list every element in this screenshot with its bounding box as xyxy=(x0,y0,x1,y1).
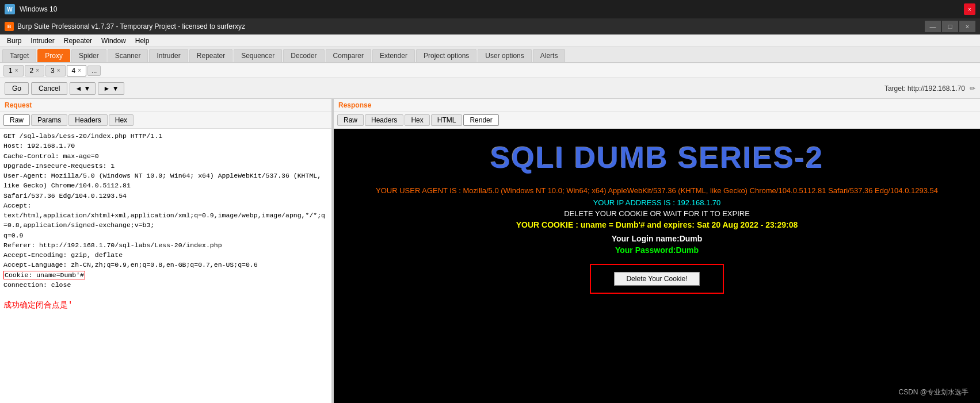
tab-comparer[interactable]: Comparer xyxy=(326,49,371,62)
close-btn[interactable]: × xyxy=(959,21,975,32)
ip-line: YOUR IP ADDRESS IS : 192.168.1.70 xyxy=(345,198,968,207)
tab-extender[interactable]: Extender xyxy=(372,49,415,62)
request-tab-hex[interactable]: Hex xyxy=(109,114,134,126)
minimize-btn[interactable]: — xyxy=(925,21,941,32)
tab-spider[interactable]: Spider xyxy=(71,49,106,62)
sub-tab-1-close[interactable]: × xyxy=(15,67,18,74)
app-window: B Burp Suite Professional v1.7.37 - Temp… xyxy=(0,18,980,403)
request-section-header: Request xyxy=(0,99,331,112)
sub-tab-2-label: 2 xyxy=(30,67,34,75)
menu-repeater[interactable]: Repeater xyxy=(59,36,97,46)
toolbar: Go Cancel ◄ ▼ ► ▼ Target: http://192.168… xyxy=(0,78,980,99)
sqli-title: SQLI DUMB SERIES-2 xyxy=(490,140,823,175)
maximize-btn[interactable]: □ xyxy=(942,21,958,32)
target-label: Target: http://192.168.1.70 xyxy=(884,85,965,93)
sub-tab-1-label: 1 xyxy=(9,67,13,75)
taskbar-title: Windows 10 xyxy=(20,5,959,13)
target-edit-icon[interactable]: ✏ xyxy=(970,85,975,93)
response-tab-headers[interactable]: Headers xyxy=(365,114,403,126)
sub-tab-2[interactable]: 2 × xyxy=(25,65,45,76)
sub-tab-3-close[interactable]: × xyxy=(57,67,60,74)
login-name-line: Your Login name:Dumb xyxy=(345,234,968,243)
delete-cookie-button[interactable]: Delete Your Cookie! xyxy=(614,272,699,286)
tab-sequencer[interactable]: Sequencer xyxy=(234,49,282,62)
request-content[interactable]: GET /sql-labs/Less-20/index.php HTTP/1.1… xyxy=(0,129,331,403)
sub-tab-2-close[interactable]: × xyxy=(36,67,39,74)
delete-btn-container: Delete Your Cookie! xyxy=(590,264,723,294)
response-pane: Response Raw Headers Hex HTML Render SQL… xyxy=(334,99,980,403)
cancel-button[interactable]: Cancel xyxy=(31,82,67,95)
back-button[interactable]: ◄ ▼ xyxy=(70,82,96,95)
tab-repeater[interactable]: Repeater xyxy=(189,49,232,62)
tab-intruder[interactable]: Intruder xyxy=(149,49,188,62)
tab-decoder[interactable]: Decoder xyxy=(283,49,324,62)
response-tab-hex[interactable]: Hex xyxy=(405,114,429,126)
request-tab-headers[interactable]: Headers xyxy=(68,114,107,126)
menu-burp[interactable]: Burp xyxy=(2,36,26,46)
csdn-watermark: CSDN @专业划水选手 xyxy=(898,387,968,397)
response-render-area: SQLI DUMB SERIES-2 YOUR USER AGENT IS : … xyxy=(334,129,980,403)
title-bar: B Burp Suite Professional v1.7.37 - Temp… xyxy=(0,18,980,34)
menu-bar: Burp Intruder Repeater Window Help xyxy=(0,34,980,47)
response-render-content: YOUR USER AGENT IS : Mozilla/5.0 (Window… xyxy=(345,186,968,294)
response-tab-render[interactable]: Render xyxy=(463,114,498,126)
sub-tab-3-label: 3 xyxy=(51,67,55,75)
forward-button[interactable]: ► ▼ xyxy=(98,82,124,95)
taskbar-close-btn[interactable]: × xyxy=(964,3,975,15)
request-pane: Request Raw Params Headers Hex GET /sql-… xyxy=(0,99,334,403)
response-tab-raw[interactable]: Raw xyxy=(337,114,364,126)
tab-alerts[interactable]: Alerts xyxy=(533,49,566,62)
response-section-header: Response xyxy=(334,99,980,112)
main-tab-bar: Target Proxy Spider Scanner Intruder Rep… xyxy=(0,47,980,63)
cookie-line: YOUR COOKIE : uname = Dumb'# and expires… xyxy=(345,220,968,229)
sub-tab-4-close[interactable]: × xyxy=(78,67,81,74)
split-pane: Request Raw Params Headers Hex GET /sql-… xyxy=(0,99,980,403)
tab-project-options[interactable]: Project options xyxy=(416,49,476,62)
tab-proxy[interactable]: Proxy xyxy=(37,49,70,62)
response-tab-html[interactable]: HTML xyxy=(431,114,463,126)
request-tab-raw[interactable]: Raw xyxy=(3,114,30,126)
user-agent-line: YOUR USER AGENT IS : Mozilla/5.0 (Window… xyxy=(345,186,968,195)
menu-help[interactable]: Help xyxy=(131,36,154,46)
password-line: Your Password:Dumb xyxy=(345,245,968,255)
app-title: Burp Suite Professional v1.7.37 - Tempor… xyxy=(17,22,245,30)
menu-window[interactable]: Window xyxy=(97,36,131,46)
annotation-text: 成功确定闭合点是' xyxy=(3,301,73,310)
request-tab-params[interactable]: Params xyxy=(31,114,67,126)
main-area: Go Cancel ◄ ▼ ► ▼ Target: http://192.168… xyxy=(0,78,980,403)
request-tab-bar: Raw Params Headers Hex xyxy=(0,112,331,129)
menu-intruder[interactable]: Intruder xyxy=(26,36,59,46)
tab-target[interactable]: Target xyxy=(2,49,36,62)
sub-tab-more[interactable]: ... xyxy=(87,66,101,76)
burp-icon: B xyxy=(5,22,14,31)
taskbar-icon: W xyxy=(5,4,15,14)
sub-tab-3[interactable]: 3 × xyxy=(45,65,66,76)
sub-tab-1[interactable]: 1 × xyxy=(3,65,24,76)
highlighted-cookie: Cookie: uname=Dumb'# xyxy=(3,271,85,279)
os-taskbar: W Windows 10 × xyxy=(0,0,980,18)
delete-msg-line: DELETE YOUR COOKIE OR WAIT FOR IT TO EXP… xyxy=(345,209,968,218)
title-bar-left: B Burp Suite Professional v1.7.37 - Temp… xyxy=(5,22,245,31)
title-bar-controls: — □ × xyxy=(925,21,975,32)
sub-tab-4-label: 4 xyxy=(72,67,76,75)
response-tab-bar: Raw Headers Hex HTML Render xyxy=(334,112,980,129)
repeater-sub-tab-bar: 1 × 2 × 3 × 4 × ... xyxy=(0,63,980,78)
tab-user-options[interactable]: User options xyxy=(478,49,531,62)
go-button[interactable]: Go xyxy=(5,82,29,95)
sub-tab-4[interactable]: 4 × xyxy=(67,65,87,76)
tab-scanner[interactable]: Scanner xyxy=(108,49,148,62)
